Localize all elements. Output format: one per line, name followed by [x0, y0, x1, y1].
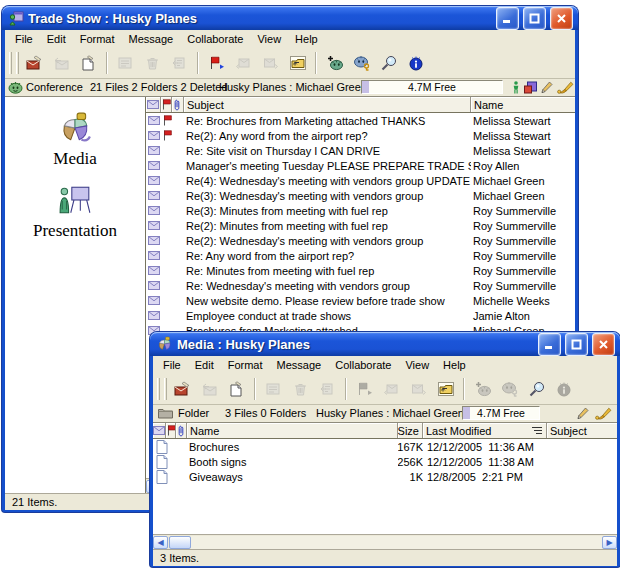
column-header-name[interactable]: Name [187, 423, 398, 438]
search-button[interactable] [523, 377, 550, 402]
new-message-button[interactable] [21, 51, 48, 76]
flag-button [351, 377, 378, 402]
toolbar-grip[interactable] [16, 52, 19, 74]
menu-format[interactable]: Format [221, 357, 270, 373]
disk-free-gauge: 4.7M Free [462, 406, 540, 420]
scroll-right-button[interactable]: ▶ [602, 536, 617, 549]
delete-button [287, 377, 314, 402]
message-row[interactable]: Re(4): Wednesday's meeting with vendors … [146, 173, 575, 188]
pencil-icon [541, 81, 553, 94]
minimize-button[interactable] [538, 333, 561, 356]
menu-file[interactable]: File [8, 31, 40, 47]
titlebar-trade-show[interactable]: Trade Show : Husky Planes [2, 6, 578, 30]
scrollbar-track[interactable] [191, 536, 602, 549]
message-row[interactable]: Re(2): Minutes from meeting with fuel re… [146, 218, 575, 233]
close-button[interactable] [592, 333, 615, 356]
menu-file[interactable]: File [156, 357, 188, 373]
new-document-button[interactable] [223, 377, 250, 402]
open-container-button[interactable] [432, 377, 459, 402]
menu-collaborate[interactable]: Collaborate [328, 357, 398, 373]
items-count: 3 Items. [160, 552, 199, 564]
menu-view[interactable]: View [398, 357, 436, 373]
column-header-flag[interactable] [161, 97, 172, 112]
cell-modified: 12/8/2005 2:21 PM [423, 471, 547, 483]
permissions-button[interactable] [348, 51, 375, 76]
menu-edit[interactable]: Edit [40, 31, 73, 47]
add-member-icon [474, 381, 492, 397]
cell-name: Roy Allen [471, 160, 575, 172]
menu-help[interactable]: Help [288, 31, 325, 47]
cell-modified: 12/12/2005 11:38 AM [423, 456, 547, 468]
column-header-attachment[interactable] [176, 423, 187, 438]
column-header-subject[interactable]: Subject [184, 97, 471, 112]
unsend-icon [319, 381, 336, 397]
menu-format[interactable]: Format [73, 31, 122, 47]
menu-help[interactable]: Help [436, 357, 473, 373]
scrollbar-thumb[interactable] [169, 536, 191, 549]
message-row[interactable]: Re: Site visit on Thursday I CAN DRIVEMe… [146, 143, 575, 158]
flag-button[interactable] [203, 51, 230, 76]
horizontal-scrollbar[interactable]: ◀ ▶ [153, 534, 617, 549]
column-header-icon[interactable] [153, 423, 166, 438]
sidebar-item-media[interactable]: Media [53, 111, 96, 169]
column-header-attachment[interactable] [172, 97, 184, 112]
envelope-row-icon [148, 191, 160, 200]
new-document-icon [228, 381, 245, 397]
cell-name: Roy Summerville [471, 280, 575, 292]
cell-name: Brochures [187, 441, 398, 453]
menu-edit[interactable]: Edit [188, 357, 221, 373]
paperclip-icon [177, 425, 185, 437]
info-icon [408, 55, 424, 71]
toolbar-grip[interactable] [164, 378, 167, 400]
message-row[interactable]: Re: Minutes from meeting with fuel repRo… [146, 263, 575, 278]
message-row[interactable]: Re(3): Wednesday's meeting with vendors … [146, 188, 575, 203]
file-row[interactable]: Brochures167K12/12/2005 11:36 AM [153, 439, 617, 454]
column-header-subject[interactable]: Subject [547, 423, 617, 438]
new-message-button[interactable] [169, 377, 196, 402]
message-row[interactable]: New website demo. Please review before t… [146, 293, 575, 308]
maximize-button[interactable] [523, 7, 546, 30]
window-title: Trade Show : Husky Planes [28, 11, 492, 26]
menu-message[interactable]: Message [122, 31, 181, 47]
file-row[interactable]: Giveaways1K12/8/2005 2:21 PM [153, 469, 617, 484]
message-row[interactable]: Re(3): Minutes from meeting with fuel re… [146, 203, 575, 218]
message-row[interactable]: Employee conduct at trade showsJamie Alt… [146, 308, 575, 323]
flag-icon [208, 55, 225, 71]
column-header-icon[interactable] [146, 97, 161, 112]
message-row[interactable]: Re(2): Any word from the airport rep?Mel… [146, 128, 575, 143]
close-button[interactable] [550, 7, 573, 30]
permissions-icon [501, 381, 519, 397]
info-button [550, 377, 577, 402]
minimize-button[interactable] [496, 7, 519, 30]
column-header-flag[interactable] [166, 423, 176, 438]
message-row[interactable]: Manager's meeting Tuesday PLEASE PREPARE… [146, 158, 575, 173]
titlebar-media[interactable]: Media : Husky Planes [150, 332, 620, 356]
search-button[interactable] [375, 51, 402, 76]
cell-size: 256K [398, 456, 423, 468]
cell-name: Roy Summerville [471, 265, 575, 277]
menu-message[interactable]: Message [270, 357, 329, 373]
info-button[interactable] [402, 51, 429, 76]
sidebar-item-presentation[interactable]: Presentation [33, 183, 117, 241]
cell-message-icon [146, 131, 161, 140]
menu-collaborate[interactable]: Collaborate [180, 31, 250, 47]
toolbar-grip[interactable] [9, 52, 12, 74]
cell-name: Jamie Alton [471, 310, 575, 322]
disk-free-gauge: 4.7M Free [361, 80, 503, 94]
message-row[interactable]: Re: Any word from the airport rep?Roy Su… [146, 248, 575, 263]
open-container-button[interactable] [284, 51, 311, 76]
add-member-button[interactable] [321, 51, 348, 76]
message-row[interactable]: Re(2): Wednesday's meeting with vendors … [146, 233, 575, 248]
message-row[interactable]: Re: Brochures from Marketing attached TH… [146, 113, 575, 128]
conference-icon [8, 81, 23, 94]
column-header-modified[interactable]: Last Modified [423, 423, 547, 438]
new-document-button[interactable] [75, 51, 102, 76]
column-header-size[interactable]: Size [398, 423, 423, 438]
column-header-name[interactable]: Name [471, 97, 575, 112]
scroll-left-button[interactable]: ◀ [153, 536, 168, 549]
toolbar-grip[interactable] [157, 378, 160, 400]
message-row[interactable]: Re: Wednesday's meeting with vendors gro… [146, 278, 575, 293]
file-row[interactable]: Booth signs256K12/12/2005 11:38 AM [153, 454, 617, 469]
maximize-button[interactable] [565, 333, 588, 356]
menu-view[interactable]: View [250, 31, 288, 47]
